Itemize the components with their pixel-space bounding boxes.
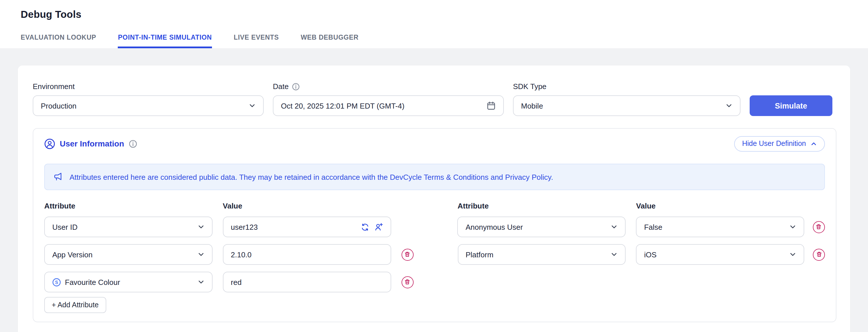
- attribute-value: iOS: [644, 250, 657, 259]
- sdk-type-label: SDK Type: [513, 83, 741, 91]
- app-version-value-box: [223, 244, 391, 265]
- page-header: Debug Tools EVALUATION LOOKUP POINT-IN-T…: [0, 0, 868, 48]
- attribute-name: Platform: [466, 250, 493, 259]
- tab-bar: EVALUATION LOOKUP POINT-IN-TIME SIMULATI…: [21, 34, 359, 48]
- attribute-value: False: [644, 222, 662, 231]
- user-id-input[interactable]: [231, 222, 356, 231]
- attribute-name: User ID: [52, 222, 78, 231]
- attribute-column-header: Attribute: [458, 202, 626, 210]
- chevron-down-icon: [611, 251, 618, 258]
- sdk-type-value: Mobile: [521, 101, 543, 110]
- chevron-down-icon: [249, 102, 256, 109]
- environment-label: Environment: [33, 83, 264, 91]
- chevron-down-icon: [197, 279, 205, 285]
- sdk-type-field: SDK Type Mobile: [513, 83, 741, 116]
- attribute-column-header: Attribute: [44, 202, 213, 210]
- calendar-icon[interactable]: [487, 101, 496, 110]
- attribute-name: App Version: [52, 250, 92, 259]
- refresh-icon[interactable]: [361, 222, 369, 231]
- user-information-header: User Information Hide User Definition: [44, 135, 825, 152]
- chevron-down-icon: [611, 223, 618, 230]
- attribute-row: S Favourite Colour: [44, 272, 825, 292]
- public-data-notice-text: Attributes entered here are considered p…: [69, 173, 553, 181]
- attribute-select-anonymous-user[interactable]: Anonymous User: [458, 216, 626, 237]
- info-icon[interactable]: [129, 139, 137, 148]
- attribute-name: Anonymous User: [466, 222, 523, 231]
- attribute-select-platform[interactable]: Platform: [458, 244, 626, 265]
- chevron-down-icon: [197, 223, 205, 230]
- user-information-title: User Information: [60, 139, 124, 148]
- environment-select[interactable]: Production: [33, 95, 264, 116]
- attribute-select-app-version[interactable]: App Version: [44, 244, 213, 265]
- simulation-controls-row: Environment Production Date: [33, 83, 836, 116]
- simulate-button[interactable]: Simulate: [750, 95, 832, 116]
- chevron-down-icon: [725, 102, 733, 109]
- svg-text:S: S: [55, 280, 58, 284]
- debug-tools-page: Debug Tools EVALUATION LOOKUP POINT-IN-T…: [0, 0, 868, 332]
- date-input-box: [273, 95, 504, 116]
- chevron-up-icon: [811, 141, 817, 147]
- date-label: Date: [273, 83, 289, 91]
- value-column-header: Value: [223, 202, 391, 210]
- environment-value: Production: [41, 101, 76, 110]
- simulation-card: Environment Production Date: [18, 65, 850, 332]
- chevron-down-icon: [197, 251, 205, 258]
- delete-attribute-button[interactable]: [813, 248, 825, 261]
- attribute-grid-headers: Attribute Value Attribute Value: [44, 202, 825, 210]
- hide-user-definition-label: Hide User Definition: [742, 140, 806, 148]
- favourite-colour-value-box: [223, 272, 391, 292]
- sdk-type-select[interactable]: Mobile: [513, 95, 741, 116]
- platform-value-select[interactable]: iOS: [636, 244, 805, 265]
- page-title: Debug Tools: [21, 9, 82, 21]
- user-id-value-box: [223, 216, 391, 237]
- string-type-icon: S: [52, 278, 61, 286]
- date-input[interactable]: [281, 101, 487, 110]
- attribute-row: User ID: [44, 216, 825, 237]
- hide-user-definition-button[interactable]: Hide User Definition: [734, 136, 825, 151]
- attribute-select-user-id[interactable]: User ID: [44, 216, 213, 237]
- user-information-section: User Information Hide User Definition: [33, 128, 836, 322]
- attribute-name: Favourite Colour: [65, 278, 120, 286]
- megaphone-icon: [53, 172, 63, 182]
- tab-evaluation-lookup[interactable]: EVALUATION LOOKUP: [21, 34, 96, 48]
- attribute-rows: User ID: [44, 216, 825, 292]
- delete-attribute-button[interactable]: [813, 221, 825, 233]
- info-icon[interactable]: [292, 83, 300, 91]
- tab-live-events[interactable]: LIVE EVENTS: [234, 34, 279, 48]
- chevron-down-icon: [789, 223, 796, 230]
- user-circle-icon: [44, 138, 55, 149]
- tab-point-in-time-simulation[interactable]: POINT-IN-TIME SIMULATION: [118, 34, 212, 48]
- environment-field: Environment Production: [33, 83, 264, 116]
- main-content: Environment Production Date: [0, 48, 868, 332]
- favourite-colour-input[interactable]: [231, 278, 383, 286]
- public-data-notice-banner: Attributes entered here are considered p…: [44, 164, 825, 190]
- value-column-header: Value: [636, 202, 805, 210]
- date-field: Date: [273, 83, 504, 116]
- chevron-down-icon: [789, 251, 796, 258]
- attribute-row: App Version Platform: [44, 244, 825, 265]
- delete-attribute-button[interactable]: [401, 276, 413, 288]
- attribute-select-favourite-colour[interactable]: S Favourite Colour: [44, 272, 213, 292]
- delete-attribute-button[interactable]: [401, 248, 413, 261]
- app-version-input[interactable]: [231, 250, 383, 259]
- tab-web-debugger[interactable]: WEB DEBUGGER: [301, 34, 359, 48]
- anonymous-user-value-select[interactable]: False: [636, 216, 804, 237]
- add-attribute-button[interactable]: + Add Attribute: [44, 297, 106, 313]
- add-user-icon[interactable]: [374, 222, 383, 232]
